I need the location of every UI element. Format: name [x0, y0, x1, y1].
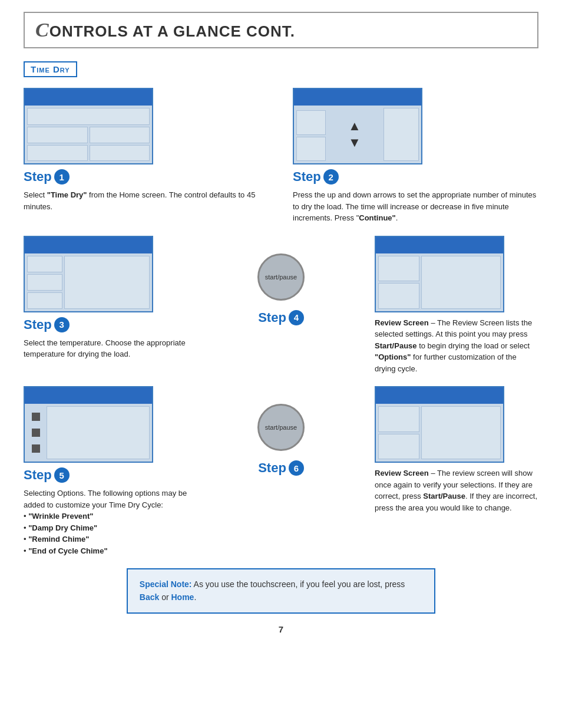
- step-4-block: Review Screen – The Review Screen lists …: [375, 236, 538, 375]
- page-header: CONTROLS AT A GLANCE CONT.: [24, 12, 538, 48]
- step-3-heading: Step 3: [24, 317, 187, 332]
- step-4-label: Step: [258, 310, 286, 325]
- option-square-2: [32, 429, 40, 437]
- step-3-cell-2: [27, 274, 62, 291]
- step-1-cell-3: [27, 145, 88, 161]
- step-5-block: Step 5 Selecting Options. The following …: [24, 386, 187, 556]
- step-1-cell-1: [27, 127, 88, 143]
- step-3-number: 3: [54, 317, 70, 332]
- step-1-row-3: [27, 145, 150, 161]
- start-pause-button[interactable]: start/pause: [257, 253, 305, 301]
- step-5-label: Step: [24, 467, 52, 483]
- page-title: CONTROLS AT A GLANCE CONT.: [35, 19, 527, 41]
- step-4-screen-header: [376, 237, 503, 253]
- step-4-screen: [375, 236, 504, 312]
- step-1-cell-2: [90, 127, 150, 143]
- special-note: Special Note: As you use the touchscreen…: [127, 568, 435, 614]
- step-5-number: 5: [54, 467, 70, 483]
- page-number-value: 7: [279, 624, 283, 634]
- special-note-back: Back: [140, 592, 159, 602]
- step-2-cell-1: [296, 110, 326, 135]
- step-5-options-left: [27, 406, 45, 459]
- step-6-cell-2: [378, 434, 419, 460]
- step-2-label: Step: [293, 169, 321, 185]
- step-2-heading: Step 2: [293, 169, 538, 185]
- step-3-left: [27, 256, 62, 309]
- arrow-up-icon: ▲: [348, 120, 361, 133]
- start-pause-label-2: start/pause: [265, 424, 297, 431]
- step-5-screen-body: [25, 404, 152, 462]
- step-4-number: 4: [289, 310, 304, 325]
- step-3-screen-header: [25, 237, 152, 253]
- step-1-number: 1: [54, 169, 70, 185]
- option-square-3: [32, 444, 40, 453]
- start-pause-button-2[interactable]: start/pause: [257, 404, 305, 451]
- page-number: 7: [24, 624, 538, 634]
- step-2-screen: ▲ ▼: [293, 88, 422, 164]
- step-1-row-2: [27, 127, 150, 143]
- steps-row-3-4: Step 3 Select the temperature. Choose th…: [24, 236, 538, 375]
- step-6-screen-body: [376, 404, 503, 462]
- step-2-screen-body: ▲ ▼: [294, 106, 421, 163]
- steps-row-5-6: Step 5 Selecting Options. The following …: [24, 386, 538, 556]
- step-2-arrows: ▲ ▼: [328, 108, 382, 161]
- step-6-left: [378, 406, 419, 459]
- start-pause-col-2: start/pause Step 6: [199, 386, 363, 476]
- step-3-cell-1: [27, 256, 62, 272]
- step-5-screen-header: [25, 387, 152, 404]
- step-1-row-1: [27, 108, 150, 125]
- step-1-screen: [24, 88, 153, 164]
- step-6-screen: [375, 386, 504, 463]
- step-2-cell-2: [296, 137, 326, 162]
- header-title: ONTROLS AT A GLANCE CONT.: [49, 22, 295, 40]
- start-pause-col: start/pause Step 4: [199, 236, 363, 325]
- special-note-home: Home: [171, 592, 194, 602]
- step-4-left: [378, 256, 419, 309]
- step-2-right-col: [384, 108, 419, 161]
- step-4-text: Review Screen – The Review Screen lists …: [375, 317, 538, 375]
- big-letter: C: [35, 19, 49, 41]
- step-1-block: Step 1 Select "Time Dry" from the Home s…: [24, 88, 269, 212]
- steps-row-1-2: Step 1 Select "Time Dry" from the Home s…: [24, 88, 538, 224]
- step-2-left-col: [296, 108, 326, 161]
- step-6-label: Step: [258, 460, 286, 476]
- step-1-heading: Step 1: [24, 169, 269, 185]
- start-pause-label: start/pause: [265, 274, 297, 281]
- step-3-block: Step 3 Select the temperature. Choose th…: [24, 236, 187, 360]
- step-3-label: Step: [24, 317, 52, 332]
- step-5-heading: Step 5: [24, 467, 187, 483]
- step-1-screen-body: [25, 106, 152, 163]
- step-6-cell-1: [378, 406, 419, 432]
- step-3-right: [64, 256, 150, 309]
- step-4-heading: Step 4: [258, 310, 304, 325]
- section-label: Time Dry: [24, 61, 77, 77]
- step-3-screen: [24, 236, 153, 312]
- step-3-text: Select the temperature. Choose the appro…: [24, 337, 187, 360]
- step-6-text: Review Screen – The review screen will s…: [375, 467, 538, 513]
- step-6-right: [421, 406, 501, 459]
- step-3-screen-body: [25, 253, 152, 311]
- special-note-label: Special Note:: [140, 579, 192, 589]
- step-6-block: Review Screen – The review screen will s…: [375, 386, 538, 513]
- step-6-heading: Step 6: [258, 460, 304, 476]
- step-2-number: 2: [323, 169, 339, 185]
- step-6-screen-header: [376, 387, 503, 404]
- step-5-text: Selecting Options. The following options…: [24, 487, 187, 556]
- step-2-text: Press the up and down arrows to set the …: [293, 189, 538, 224]
- step-1-text: Select "Time Dry" from the Home screen. …: [24, 189, 269, 212]
- step-4-right: [421, 256, 501, 309]
- step-6-number: 6: [289, 460, 304, 476]
- step-1-cell-4: [90, 145, 150, 161]
- arrow-down-icon: ▼: [348, 136, 361, 149]
- step-2-block: ▲ ▼ Step 2 Press the up and down arrows …: [293, 88, 538, 224]
- step-1-label: Step: [24, 169, 52, 185]
- step-4-cell-2: [378, 283, 419, 309]
- step-3-cell-3: [27, 292, 62, 309]
- step-5-right: [47, 406, 150, 459]
- step-2-screen-header: [294, 89, 421, 106]
- step-5-screen: [24, 386, 153, 463]
- option-square-1: [32, 413, 40, 421]
- step-4-cell-1: [378, 256, 419, 282]
- step-4-screen-body: [376, 253, 503, 311]
- step-1-screen-header: [25, 89, 152, 106]
